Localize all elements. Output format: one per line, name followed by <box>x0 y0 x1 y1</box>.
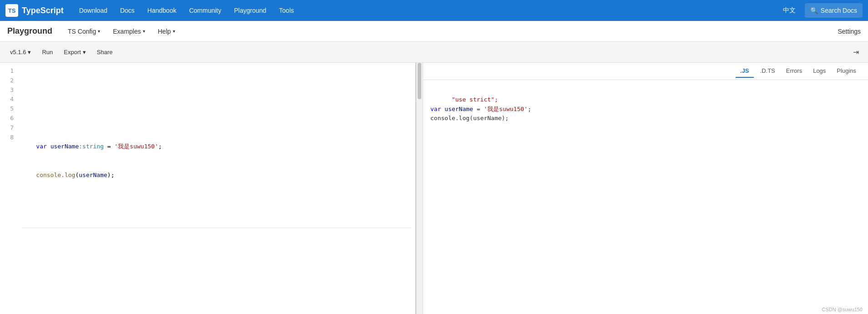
output-tabs: .JS .D.TS Errors Logs Plugins <box>423 63 868 80</box>
nav-handbook[interactable]: Handbook <box>141 0 183 21</box>
output-pane: .JS .D.TS Errors Logs Plugins "use stric… <box>423 63 868 314</box>
share-button[interactable]: Share <box>92 47 117 57</box>
editor-pane: 1 2 3 4 5 6 7 8 var userName:string = '我… <box>0 63 423 314</box>
scrollbar-thumb[interactable] <box>418 63 421 99</box>
string-value: '我是suwu150' <box>115 143 158 150</box>
tab-js[interactable]: .JS <box>736 65 754 78</box>
output-line-2: var userName = '我是suwu150'; <box>430 106 531 112</box>
code-line-7 <box>22 275 412 285</box>
lang-switch[interactable]: 中文 <box>779 6 799 15</box>
line-num-4: 4 <box>0 95 14 104</box>
varname-username: userName <box>50 143 79 150</box>
code-line-1 <box>22 86 412 95</box>
code-line-3: var userName:string = '我是suwu150'; <box>22 142 412 152</box>
code-line-4: console.log(userName); <box>22 171 412 180</box>
editor-divider <box>22 228 412 228</box>
line-numbers: 1 2 3 4 5 6 7 8 <box>0 63 18 314</box>
settings-button[interactable]: Settings <box>838 28 861 35</box>
version-button[interactable]: v5.1.6 ▾ <box>5 47 35 57</box>
line-num-3: 3 <box>0 86 14 95</box>
examples-chevron-icon: ▾ <box>143 29 145 34</box>
output-equals: = <box>477 106 484 112</box>
output-var-kw: var <box>430 106 441 112</box>
editor-content[interactable]: 1 2 3 4 5 6 7 8 var userName:string = '我… <box>0 63 423 314</box>
export-button[interactable]: Export ▾ <box>59 47 91 57</box>
search-docs-button[interactable]: 🔍 Search Docs <box>805 3 863 18</box>
nav-download[interactable]: Download <box>73 0 114 21</box>
tab-errors[interactable]: Errors <box>782 65 807 78</box>
logo-text: TypeScript <box>22 6 64 15</box>
output-str-val: '我是suwu150' <box>484 106 527 112</box>
nav-playground[interactable]: Playground <box>227 0 273 21</box>
line-num-2: 2 <box>0 76 14 86</box>
code-line-5 <box>22 199 412 208</box>
export-chevron-icon: ▾ <box>83 49 86 56</box>
code-line-8 <box>22 304 412 313</box>
console-log-call: console.log <box>36 172 75 178</box>
nav-docs[interactable]: Docs <box>114 0 141 21</box>
ts-logo-icon: TS <box>5 4 18 17</box>
help-chevron-icon: ▾ <box>173 29 175 34</box>
logo-area[interactable]: TS TypeScript <box>5 4 64 17</box>
type-annotation: :string <box>79 143 104 150</box>
tsconfig-chevron-icon: ▾ <box>98 29 100 34</box>
output-line-1-strict: "use strict"; <box>452 96 498 103</box>
line-num-8: 8 <box>0 133 14 142</box>
nav-community[interactable]: Community <box>183 0 228 21</box>
main-area: 1 2 3 4 5 6 7 8 var userName:string = '我… <box>0 63 868 314</box>
version-chevron-icon: ▾ <box>28 49 31 56</box>
editor-scrollbar[interactable] <box>416 63 423 314</box>
toolbar: v5.1.6 ▾ Run Export ▾ Share ⇥ <box>0 42 868 63</box>
line-num-7: 7 <box>0 123 14 133</box>
output-semi: ; <box>528 106 531 112</box>
tab-dts[interactable]: .D.TS <box>756 65 780 78</box>
help-button[interactable]: Help ▾ <box>153 26 180 37</box>
search-docs-label: Search Docs <box>821 7 857 14</box>
line-num-5: 5 <box>0 104 14 114</box>
code-editor[interactable]: var userName:string = '我是suwu150'; conso… <box>18 63 415 314</box>
keyword-var: var <box>36 143 46 150</box>
run-button[interactable]: Run <box>37 47 57 57</box>
output-varname: userName <box>444 106 473 112</box>
examples-button[interactable]: Examples ▾ <box>108 26 149 37</box>
secondary-bar: Playground TS Config ▾ Examples ▾ Help ▾… <box>0 21 868 42</box>
collapse-panel-button[interactable]: ⇥ <box>849 46 863 58</box>
output-line-3: console.log(userName); <box>430 115 509 122</box>
top-nav: TS TypeScript Download Docs Handbook Com… <box>0 0 868 21</box>
code-line-6 <box>22 247 412 256</box>
nav-tools[interactable]: Tools <box>273 0 300 21</box>
nav-right: 中文 🔍 Search Docs <box>779 3 863 18</box>
code-line-2 <box>22 114 412 123</box>
page-title: Playground <box>7 26 52 36</box>
footer-attribution: CSDN @suwu150 <box>822 307 863 312</box>
tab-logs[interactable]: Logs <box>808 65 830 78</box>
output-content: "use strict"; var userName = '我是suwu150'… <box>423 80 868 314</box>
tab-plugins[interactable]: Plugins <box>832 65 861 78</box>
search-icon: 🔍 <box>810 7 818 14</box>
line-num-6: 6 <box>0 114 14 123</box>
tsconfig-button[interactable]: TS Config ▾ <box>63 26 105 37</box>
line-num-1: 1 <box>0 66 14 76</box>
arg-username: userName <box>79 172 107 178</box>
